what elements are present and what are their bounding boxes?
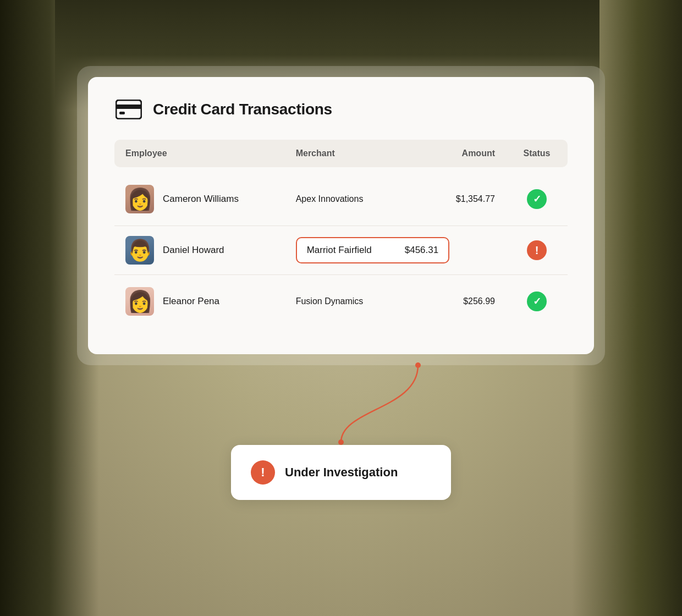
svg-rect-1 [116, 105, 141, 109]
amount-cell-eleanor: $256.99 [416, 275, 506, 328]
avatar-cameron [125, 185, 154, 213]
table-header-row: Employee Merchant Amount Status [114, 140, 568, 167]
transaction-table: Employee Merchant Amount Status [114, 140, 568, 328]
investigation-label: Under Investigation [285, 465, 398, 480]
employee-name-daniel: Daniel Howard [163, 245, 224, 256]
merchant-daniel: Marriot Fairfield [307, 245, 372, 256]
table-row: Cameron Williams Apex Innovations $1,354… [114, 173, 568, 226]
card-header: Credit Card Transactions [114, 99, 568, 120]
svg-rect-0 [116, 100, 141, 119]
employee-cell-eleanor: Eleanor Pena [114, 275, 285, 328]
header-status: Status [506, 140, 568, 167]
employee-name-eleanor: Eleanor Pena [163, 296, 219, 307]
avatar-daniel [125, 236, 154, 265]
merchant-cell-eleanor: Fusion Dynamics [285, 275, 416, 328]
amount-daniel: $456.31 [405, 245, 438, 256]
card-wrapper: Credit Card Transactions Employee Mercha… [55, 66, 627, 583]
table-row: Daniel Howard Marriot Fairfield $456.31 … [114, 226, 568, 275]
highlighted-merchant-amount: Marriot Fairfield $456.31 [296, 237, 450, 263]
status-cell-eleanor: ✓ [506, 275, 568, 328]
status-warning-icon-daniel: ! [527, 240, 547, 260]
employee-cell-daniel: Daniel Howard [114, 226, 285, 275]
page-title: Credit Card Transactions [153, 101, 332, 118]
header-merchant: Merchant [285, 140, 416, 167]
status-approved-icon-cameron: ✓ [527, 189, 547, 209]
header-employee: Employee [114, 140, 285, 167]
investigation-tooltip: ! Under Investigation [231, 445, 451, 500]
merchant-cell-cameron: Apex Innovations [285, 173, 416, 226]
credit-card-icon [114, 99, 143, 120]
svg-rect-2 [119, 112, 125, 114]
highlighted-cell-daniel: Marriot Fairfield $456.31 [285, 226, 506, 275]
employee-cell-cameron: Cameron Williams [114, 173, 285, 226]
outer-card: Credit Card Transactions Employee Mercha… [77, 66, 605, 365]
avatar-eleanor [125, 287, 154, 316]
main-card: Credit Card Transactions Employee Mercha… [88, 77, 594, 354]
status-cell-cameron: ✓ [506, 173, 568, 226]
svg-point-4 [338, 439, 344, 445]
warning-icon: ! [251, 460, 275, 485]
header-amount: Amount [416, 140, 506, 167]
table-row: Eleanor Pena Fusion Dynamics $256.99 ✓ [114, 275, 568, 328]
status-cell-daniel: ! [506, 226, 568, 275]
tooltip-area: ! Under Investigation [77, 365, 605, 475]
employee-name-cameron: Cameron Williams [163, 194, 239, 205]
status-approved-icon-eleanor: ✓ [527, 292, 547, 311]
amount-cell-cameron: $1,354.77 [416, 173, 506, 226]
